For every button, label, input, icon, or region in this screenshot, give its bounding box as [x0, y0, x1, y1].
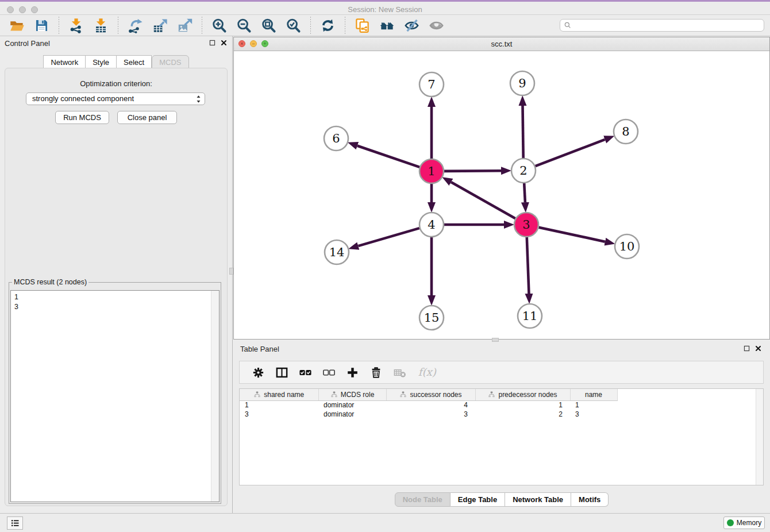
table-row[interactable]: 3dominator323 [240, 410, 617, 419]
show-panels-button[interactable] [7, 516, 23, 530]
trash-button[interactable] [369, 366, 383, 379]
graph-node-9[interactable]: 9 [510, 71, 534, 95]
graph-edge-1-2[interactable] [444, 171, 501, 171]
graph-edge-3-10[interactable] [539, 228, 605, 242]
close-panel-icon[interactable] [220, 39, 228, 47]
zoom-in-button[interactable] [210, 17, 228, 34]
eye-slash-button[interactable] [403, 17, 421, 34]
delete-table-button[interactable] [393, 366, 406, 379]
tab-motifs[interactable]: Motifs [571, 492, 609, 507]
table-cell[interactable]: 3 [386, 410, 475, 419]
zoom-in-icon [211, 18, 227, 33]
svg-text:2: 2 [519, 164, 527, 178]
mcds-result-group: MCDS result (2 nodes) 13 [9, 282, 221, 504]
refresh-button[interactable] [319, 17, 337, 34]
svg-text:3: 3 [522, 218, 530, 232]
optimization-criterion-select[interactable]: strongly connected component [26, 92, 205, 105]
clone-network-icon [355, 18, 370, 33]
houses-button[interactable] [378, 17, 396, 34]
import-network-button[interactable] [67, 17, 85, 34]
network-canvas[interactable]: 7968124314101511 [234, 51, 769, 339]
graph-edge-3-1[interactable] [451, 182, 515, 218]
graph-node-3[interactable]: 3 [514, 213, 538, 237]
graph-node-15[interactable]: 15 [419, 306, 444, 330]
table-cell[interactable]: dominator [318, 410, 386, 419]
table-scrollbar[interactable] [756, 389, 763, 485]
graph-edge-1-6[interactable] [357, 146, 419, 167]
network-graph[interactable]: 7968124314101511 [234, 51, 769, 340]
table-cell[interactable]: 1 [240, 400, 318, 410]
tab-edge-table[interactable]: Edge Table [451, 492, 505, 507]
eye-slash-icon [404, 18, 419, 33]
graph-node-10[interactable]: 10 [615, 234, 639, 259]
clone-network-button[interactable] [353, 17, 371, 34]
tab-node-table[interactable]: Node Table [395, 492, 451, 507]
table-cell[interactable]: 3 [570, 410, 617, 419]
split-view-button[interactable] [275, 366, 288, 379]
gear-button[interactable] [252, 366, 265, 379]
eye-button[interactable] [428, 17, 445, 34]
import-table-button[interactable] [92, 17, 110, 34]
column-header-name[interactable]: name [570, 389, 617, 400]
memory-status-dot [727, 519, 734, 526]
export-network-icon [128, 18, 143, 33]
table-cell[interactable]: 1 [475, 400, 570, 410]
graph-node-1[interactable]: 1 [419, 159, 444, 183]
table-cell[interactable]: 4 [386, 400, 475, 410]
graph-node-7[interactable]: 7 [419, 72, 444, 97]
open-session-button[interactable] [8, 17, 26, 34]
close-panel-icon[interactable] [754, 345, 762, 352]
zoom-selected-button[interactable] [284, 17, 302, 34]
tab-network-table[interactable]: Network Table [505, 492, 571, 507]
close-panel-button[interactable]: Close panel [117, 111, 177, 124]
graph-edge-4-14[interactable] [358, 228, 419, 246]
run-mcds-button[interactable]: Run MCDS [55, 111, 109, 124]
function-builder-button[interactable] [417, 366, 437, 379]
mcds-tab-content: Optimization criterion: strongly connect… [5, 68, 228, 506]
search-input[interactable] [574, 20, 764, 30]
svg-text:11: 11 [522, 309, 538, 323]
graph-node-2[interactable]: 2 [511, 159, 536, 183]
column-header-predecessor-nodes[interactable]: predecessor nodes [475, 389, 570, 400]
memory-button[interactable]: Memory [723, 516, 765, 529]
float-panel-icon[interactable] [743, 345, 750, 352]
zoom-fit-button[interactable] [260, 17, 278, 34]
graph-node-8[interactable]: 8 [614, 119, 638, 144]
table-cell[interactable]: 1 [570, 400, 617, 410]
add-column-button[interactable] [346, 366, 359, 379]
graph-node-11[interactable]: 11 [518, 304, 542, 328]
table-cell[interactable]: 3 [240, 410, 318, 419]
select-all-button[interactable] [299, 366, 312, 379]
save-session-button[interactable] [33, 17, 51, 34]
svg-text:14: 14 [329, 245, 345, 259]
graph-node-4[interactable]: 4 [419, 213, 444, 237]
add-column-icon [346, 366, 359, 379]
control-panel: Control Panel NetworkStyleSelectMCDS Opt… [0, 36, 233, 513]
search-box[interactable] [560, 19, 764, 32]
export-table-button[interactable] [151, 17, 169, 34]
graph-edge-2-9[interactable] [523, 106, 523, 158]
graph-edge-2-8[interactable] [536, 140, 605, 166]
graph-edge-3-11[interactable] [527, 237, 529, 294]
column-header-successor-nodes[interactable]: successor nodes [386, 389, 475, 400]
export-table-icon [152, 18, 168, 33]
graph-node-14[interactable]: 14 [325, 240, 349, 264]
vertical-splitter-handle[interactable] [229, 268, 233, 275]
export-network-button[interactable] [126, 17, 144, 34]
import-network-icon [68, 18, 84, 33]
table-cell[interactable]: 2 [475, 410, 570, 419]
column-header-shared-name[interactable]: shared name [240, 389, 318, 400]
graph-edge-2-3[interactable] [524, 183, 525, 202]
zoom-out-button[interactable] [235, 17, 253, 34]
horizontal-splitter-handle[interactable] [492, 338, 499, 342]
search-icon [564, 21, 572, 29]
mcds-result-title: MCDS result (2 nodes) [12, 278, 88, 286]
column-header-mcds-role[interactable]: MCDS role [318, 389, 386, 400]
mcds-result-scrollbar[interactable] [211, 291, 219, 502]
float-panel-icon[interactable] [209, 39, 216, 47]
table-row[interactable]: 1dominator411 [240, 400, 617, 410]
graph-node-6[interactable]: 6 [324, 126, 348, 151]
table-cell[interactable]: dominator [318, 400, 386, 410]
deselect-all-button[interactable] [322, 366, 336, 379]
export-image-button[interactable] [176, 17, 194, 34]
